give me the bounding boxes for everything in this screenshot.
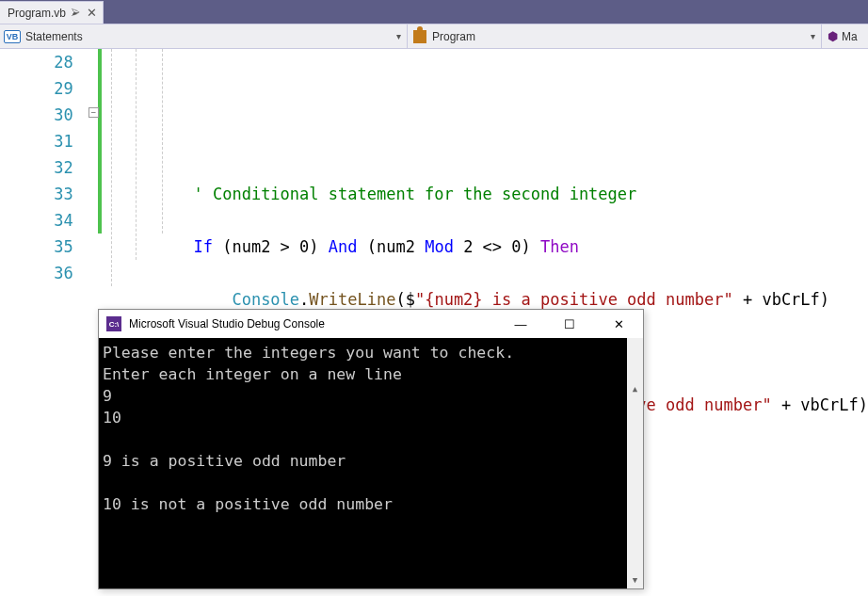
cube-icon: ⬢: [828, 29, 838, 43]
chevron-down-icon: ▾: [396, 31, 401, 41]
guide-line: [162, 49, 163, 234]
vb-badge-icon: VB: [4, 30, 21, 43]
minimize-button[interactable]: —: [500, 311, 541, 337]
console-titlebar[interactable]: C:\ Microsoft Visual Studio Debug Consol…: [99, 310, 643, 338]
line-number: 33: [0, 181, 73, 207]
nav-class-dropdown[interactable]: Program ▾: [408, 24, 822, 48]
nav-member-label: Ma: [842, 30, 858, 43]
nav-scope-label: Statements: [25, 30, 83, 43]
change-indicator: [98, 49, 102, 234]
line-number: 32: [0, 154, 73, 181]
line-number: 30: [0, 102, 73, 128]
scroll-up-icon[interactable]: ▲: [627, 381, 643, 397]
debug-console-window[interactable]: C:\ Microsoft Visual Studio Debug Consol…: [98, 309, 644, 589]
code-line: [117, 128, 868, 154]
console-output[interactable]: Please enter the integers you want to ch…: [99, 338, 643, 588]
line-number: 35: [0, 234, 73, 260]
code-line: If (num2 > 0) And (num2 Mod 2 <> 0) Then: [117, 234, 868, 260]
line-number: 29: [0, 75, 73, 102]
nav-member-dropdown[interactable]: ⬢ Ma: [822, 29, 868, 43]
console-scrollbar[interactable]: ▲ ▼: [627, 338, 643, 588]
guide-line: [136, 49, 137, 260]
code-line: ' Conditional statement for the second i…: [117, 181, 868, 207]
maximize-button[interactable]: ☐: [549, 311, 590, 337]
console-text: Please enter the integers you want to ch…: [103, 344, 514, 513]
line-number: 34: [0, 207, 73, 234]
nav-bar: VB Statements ▾ Program ▾ ⬢ Ma: [0, 24, 868, 49]
line-number: 28: [0, 49, 73, 75]
line-gutter: 28 29 30 31 32 33 34 35 36: [0, 49, 85, 596]
close-button[interactable]: ✕: [598, 311, 639, 337]
line-number: 31: [0, 128, 73, 154]
fold-toggle[interactable]: −: [88, 107, 99, 118]
line-number: 36: [0, 260, 73, 286]
close-icon[interactable]: ✕: [87, 6, 97, 20]
pin-icon[interactable]: ⮚: [72, 8, 81, 18]
nav-class-label: Program: [432, 30, 475, 43]
console-icon: C:\: [106, 316, 121, 331]
console-title-text: Microsoft Visual Studio Debug Console: [129, 317, 492, 330]
tab-bar: Program.vb ⮚ ✕: [0, 0, 868, 24]
guide-line: [111, 49, 112, 286]
tab-filename: Program.vb: [8, 7, 66, 20]
module-icon: [413, 30, 426, 43]
scroll-down-icon[interactable]: ▼: [627, 572, 643, 588]
file-tab[interactable]: Program.vb ⮚ ✕: [0, 1, 104, 24]
chevron-down-icon: ▾: [811, 31, 815, 41]
nav-scope-dropdown[interactable]: VB Statements ▾: [0, 24, 408, 48]
